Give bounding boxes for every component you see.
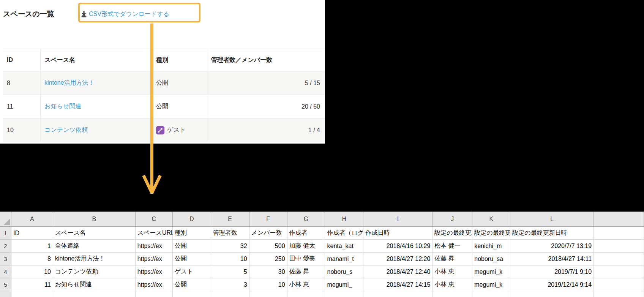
cell-B1[interactable]: スペース名 — [53, 227, 136, 240]
cell-M3[interactable] — [594, 253, 644, 265]
row-header-4[interactable]: 4 — [0, 265, 11, 278]
cell-G1[interactable]: 作成者 — [287, 227, 325, 240]
space-name-link[interactable]: お知らせ関連 — [44, 103, 81, 111]
cell-E4[interactable]: 5 — [211, 265, 249, 278]
cell-I5[interactable]: 2018/4/27 14:15 — [363, 278, 432, 291]
select-all-corner[interactable] — [0, 212, 11, 227]
cell-M1[interactable] — [594, 227, 644, 240]
column-header-H[interactable]: H — [325, 212, 363, 227]
cell-D3[interactable]: 公開 — [173, 253, 211, 265]
cell-J5[interactable]: 小林 恵 — [432, 278, 472, 291]
column-header-I[interactable]: I — [363, 212, 432, 227]
cell-B5[interactable]: お知らせ関連 — [53, 278, 136, 291]
cell-L2[interactable]: 2020/7/7 13:19 — [510, 240, 594, 253]
column-header-D[interactable]: D — [173, 212, 211, 227]
cell-I4[interactable]: 2018/4/27 12:40 — [363, 265, 432, 278]
cell-K5[interactable]: megumi_k — [472, 278, 510, 291]
cell-F4[interactable]: 30 — [249, 265, 287, 278]
cell-A5[interactable]: 11 — [11, 278, 53, 291]
cell-E1[interactable]: 管理者数 — [211, 227, 249, 240]
cell-F6[interactable] — [249, 291, 287, 297]
cell-M6[interactable] — [594, 291, 644, 297]
cell-G2[interactable]: 加藤 健太 — [287, 240, 325, 253]
row-header-2[interactable]: 2 — [0, 240, 11, 253]
cell-F5[interactable]: 10 — [249, 278, 287, 291]
cell-J6[interactable] — [432, 291, 472, 297]
cell-E6[interactable] — [211, 291, 249, 297]
cell-L1[interactable]: 設定の最終更新日時 — [510, 227, 594, 240]
cell-E5[interactable]: 3 — [211, 278, 249, 291]
row-header-1[interactable]: 1 — [0, 227, 11, 240]
space-name-link[interactable]: kintone活用方法！ — [44, 79, 95, 87]
column-header-extra[interactable] — [594, 212, 644, 227]
cell-C1[interactable]: スペースURL — [136, 227, 173, 240]
cell-C6[interactable] — [136, 291, 173, 297]
cell-H5[interactable]: megumi_ — [325, 278, 363, 291]
cell-I2[interactable]: 2018/4/16 10:29 — [363, 240, 432, 253]
row-header-5[interactable]: 5 — [0, 278, 11, 291]
cell-D2[interactable]: 公開 — [173, 240, 211, 253]
cell-C4[interactable]: https://ex — [136, 265, 173, 278]
cell-J3[interactable]: 佐藤 昇 — [432, 253, 472, 265]
column-header-L[interactable]: L — [510, 212, 594, 227]
cell-K3[interactable]: noboru_sa — [472, 253, 510, 265]
cell-E2[interactable]: 32 — [211, 240, 249, 253]
cell-C5[interactable]: https://ex — [136, 278, 173, 291]
space-name-link[interactable]: コンテンツ依頼 — [44, 126, 88, 134]
cell-A6[interactable] — [11, 291, 53, 297]
row-header-extra[interactable] — [0, 291, 11, 297]
cell-K2[interactable]: kenichi_m — [472, 240, 510, 253]
cell-F3[interactable]: 250 — [249, 253, 287, 265]
cell-H1[interactable]: 作成者（ログイン名） — [325, 227, 363, 240]
column-header-A[interactable]: A — [11, 212, 53, 227]
cell-B6[interactable] — [53, 291, 136, 297]
cell-C2[interactable]: https://ex — [136, 240, 173, 253]
cell-G3[interactable]: 田中 愛美 — [287, 253, 325, 265]
cell-B2[interactable]: 全体連絡 — [53, 240, 136, 253]
cell-K4[interactable]: megumi_k — [472, 265, 510, 278]
cell-K6[interactable] — [472, 291, 510, 297]
cell-J1[interactable]: 設定の最終更新者 — [432, 227, 472, 240]
cell-I3[interactable]: 2018/4/27 12:20 — [363, 253, 432, 265]
cell-G5[interactable]: 小林 恵 — [287, 278, 325, 291]
cell-B3[interactable]: kintone活用方法！ — [53, 253, 136, 265]
cell-G4[interactable]: 佐藤 昇 — [287, 265, 325, 278]
cell-K1[interactable]: 設定の最終更新者（ログイン名） — [472, 227, 510, 240]
cell-L5[interactable]: 2019/12/14 9:14 — [510, 278, 594, 291]
cell-D4[interactable]: ゲスト — [173, 265, 211, 278]
cell-A1[interactable]: ID — [11, 227, 53, 240]
column-header-F[interactable]: F — [249, 212, 287, 227]
cell-D6[interactable] — [173, 291, 211, 297]
cell-M4[interactable] — [594, 265, 644, 278]
cell-A3[interactable]: 8 — [11, 253, 53, 265]
cell-F1[interactable]: メンバー数 — [249, 227, 287, 240]
cell-H3[interactable]: manami_t — [325, 253, 363, 265]
csv-download-link[interactable]: CSV形式でダウンロードする — [89, 10, 169, 18]
cell-M2[interactable] — [594, 240, 644, 253]
column-header-K[interactable]: K — [472, 212, 510, 227]
cell-E3[interactable]: 10 — [211, 253, 249, 265]
cell-A4[interactable]: 10 — [11, 265, 53, 278]
cell-J2[interactable]: 松本 健一 — [432, 240, 472, 253]
cell-J4[interactable]: 小林 恵 — [432, 265, 472, 278]
cell-F2[interactable]: 500 — [249, 240, 287, 253]
cell-H2[interactable]: kenta_kat — [325, 240, 363, 253]
cell-I6[interactable] — [363, 291, 432, 297]
cell-A2[interactable]: 1 — [11, 240, 53, 253]
cell-D1[interactable]: 種別 — [173, 227, 211, 240]
cell-G6[interactable] — [287, 291, 325, 297]
cell-D5[interactable]: 公開 — [173, 278, 211, 291]
cell-L4[interactable]: 2019/7/1 9:10 — [510, 265, 594, 278]
cell-I1[interactable]: 作成日時 — [363, 227, 432, 240]
column-header-J[interactable]: J — [432, 212, 472, 227]
column-header-E[interactable]: E — [211, 212, 249, 227]
cell-L6[interactable] — [510, 291, 594, 297]
row-header-3[interactable]: 3 — [0, 253, 11, 265]
cell-B4[interactable]: コンテンツ依頼 — [53, 265, 136, 278]
column-header-C[interactable]: C — [136, 212, 173, 227]
column-header-B[interactable]: B — [53, 212, 136, 227]
cell-C3[interactable]: https://ex — [136, 253, 173, 265]
cell-M5[interactable] — [594, 278, 644, 291]
column-header-G[interactable]: G — [287, 212, 325, 227]
cell-H6[interactable] — [325, 291, 363, 297]
